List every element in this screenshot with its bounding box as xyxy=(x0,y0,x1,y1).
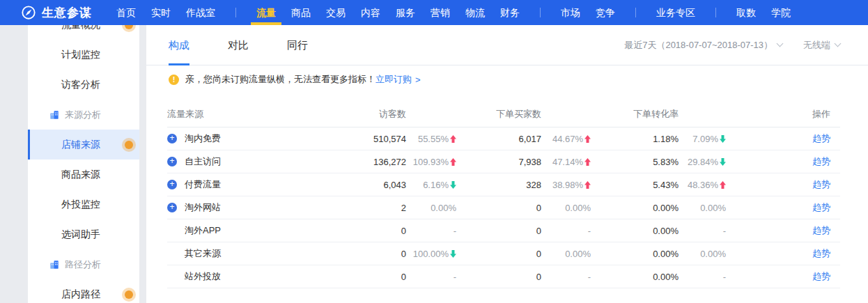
buyers-change: 44.67% xyxy=(541,134,591,144)
tab-对比[interactable]: 对比 xyxy=(228,25,249,65)
trend-link[interactable]: 趋势 xyxy=(812,179,830,189)
source-name: 淘外网站 xyxy=(185,201,221,214)
nav-item-竞争[interactable]: 竞争 xyxy=(596,0,615,25)
nav-item-首页[interactable]: 首页 xyxy=(116,0,136,25)
nav-item-流量[interactable]: 流量 xyxy=(256,0,276,25)
sidebar-item-店铺来源[interactable]: 店铺来源 xyxy=(28,130,139,160)
trend-link[interactable]: 趋势 xyxy=(812,271,830,281)
nav-menu: 首页实时作战室流量商品交易内容服务营销物流财务市场竞争业务专区取数学院 xyxy=(109,0,798,25)
sidebar-item-店内路径[interactable]: 店内路径 xyxy=(28,279,139,303)
conversion-value: 5.83% xyxy=(591,157,679,167)
buyers-change: 0.00% xyxy=(541,203,591,213)
nav-item-取数[interactable]: 取数 xyxy=(736,0,756,25)
visitors-change: 55.55% xyxy=(406,134,456,144)
buyers-value: 6,017 xyxy=(456,134,541,144)
col-header-buyers: 下单买家数 xyxy=(456,108,541,121)
nav-separator xyxy=(715,8,716,17)
nav-item-作战室[interactable]: 作战室 xyxy=(186,0,215,25)
sidebar-section-label: 路径分析 xyxy=(65,258,101,271)
buyers-value: 0 xyxy=(456,249,541,259)
traffic-source-table: 流量来源 访客数 下单买家数 下单转化率 操作 +淘内免费510,57455.5… xyxy=(167,101,840,288)
source-name: 站外投放 xyxy=(185,270,221,283)
visitors-change-value: 100.00% xyxy=(413,249,449,259)
table-row: +站外投放0-0-0.00%-趋势 xyxy=(167,265,840,288)
source-name-cell: +淘内免费 xyxy=(167,132,334,145)
buyers-value: 328 xyxy=(456,180,541,190)
source-name-cell: +自主访问 xyxy=(167,155,334,168)
source-name: 淘内免费 xyxy=(185,132,221,145)
trend-up-icon xyxy=(584,135,591,143)
sidebar-item-商品来源[interactable]: 商品来源 xyxy=(28,160,139,189)
subscribe-now-link[interactable]: 立即订购 xyxy=(375,73,412,86)
chevron-down-icon xyxy=(835,40,842,47)
table-row: +自主访问136,272109.93%7,93847.14%5.83%29.84… xyxy=(167,150,840,173)
new-badge-icon xyxy=(125,290,133,299)
nav-item-业务专区[interactable]: 业务专区 xyxy=(656,0,695,25)
visitors-change: - xyxy=(406,226,456,236)
nav-item-市场[interactable]: 市场 xyxy=(561,0,580,25)
expand-icon[interactable]: + xyxy=(167,203,177,212)
nav-item-学院[interactable]: 学院 xyxy=(771,0,791,25)
sidebar-section-来源分析: 来源分析 xyxy=(28,100,139,130)
date-range-label: 最近7天（2018-07-07~2018-07-13） xyxy=(624,39,773,52)
trend-link[interactable]: 趋势 xyxy=(812,156,830,166)
nav-item-交易[interactable]: 交易 xyxy=(326,0,346,25)
trend-up-icon xyxy=(450,158,456,166)
nav-separator xyxy=(540,8,541,17)
expand-icon[interactable]: + xyxy=(167,180,177,189)
nav-item-物流[interactable]: 物流 xyxy=(465,0,485,25)
action-cell: 趋势 xyxy=(726,247,840,260)
nav-item-实时[interactable]: 实时 xyxy=(151,0,171,25)
arrow-right-icon[interactable]: > xyxy=(415,75,421,85)
nav-item-商品[interactable]: 商品 xyxy=(291,0,311,25)
warning-icon: ! xyxy=(169,75,179,85)
sidebar-item-访客分析[interactable]: 访客分析 xyxy=(28,70,139,100)
sidebar-item-外投监控[interactable]: 外投监控 xyxy=(28,189,139,219)
channel-selector[interactable]: 无线端 xyxy=(803,39,840,52)
nav-item-财务[interactable]: 财务 xyxy=(500,0,520,25)
buyers-value: 0 xyxy=(456,226,541,236)
nav-item-内容[interactable]: 内容 xyxy=(361,0,380,25)
expand-icon[interactable]: + xyxy=(167,157,177,166)
sidebar-section-路径分析: 路径分析 xyxy=(28,249,139,279)
sidebar-item-label: 访客分析 xyxy=(61,79,100,91)
trend-down-icon xyxy=(450,181,456,189)
trend-link[interactable]: 趋势 xyxy=(812,248,830,258)
sidebar-item-label: 外投监控 xyxy=(61,199,100,211)
buyers-change: 38.98% xyxy=(541,180,591,190)
conversion-value: 5.43% xyxy=(591,180,679,190)
visitors-value: 0 xyxy=(334,226,406,236)
action-cell: 趋势 xyxy=(726,155,840,168)
buyers-change-value: 0.00% xyxy=(565,203,591,213)
trend-link[interactable]: 趋势 xyxy=(812,225,830,235)
buyers-value: 0 xyxy=(456,203,541,213)
conversion-change: - xyxy=(679,272,726,282)
chevron-down-icon xyxy=(777,40,784,47)
col-header-conversion: 下单转化率 xyxy=(591,108,679,121)
col-header-action: 操作 xyxy=(726,108,840,121)
tab-同行[interactable]: 同行 xyxy=(287,25,308,65)
visitors-value: 510,574 xyxy=(334,134,406,144)
tab-构成[interactable]: 构成 xyxy=(169,25,189,65)
sidebar-item-label: 选词助手 xyxy=(61,228,100,241)
source-name-cell: +站外投放 xyxy=(167,270,334,283)
nav-item-营销[interactable]: 营销 xyxy=(431,0,450,25)
nav-item-服务[interactable]: 服务 xyxy=(396,0,415,25)
notice-text: 亲，您尚未订购流量纵横，无法查看更多指标！ xyxy=(185,73,375,86)
sidebar-item-label: 店内路径 xyxy=(61,288,100,301)
nav-separator xyxy=(635,8,636,17)
sidebar-item-选词助手[interactable]: 选词助手 xyxy=(28,219,139,249)
visitors-change: 0.00% xyxy=(406,203,456,213)
sidebar-item-计划监控[interactable]: 计划监控 xyxy=(28,40,139,70)
visitors-change: 6.16% xyxy=(406,180,456,190)
col-header-visitors: 访客数 xyxy=(334,108,406,121)
trend-link[interactable]: 趋势 xyxy=(812,202,830,212)
trend-link[interactable]: 趋势 xyxy=(812,133,830,143)
visitors-value: 6,043 xyxy=(334,180,406,190)
visitors-change: 100.00% xyxy=(406,249,456,259)
expand-icon[interactable]: + xyxy=(167,134,177,143)
date-range-selector[interactable]: 最近7天（2018-07-07~2018-07-13） xyxy=(624,39,782,52)
source-name: 付费流量 xyxy=(185,178,221,191)
brand-title: 生意参谋 xyxy=(42,5,92,21)
table-row: +淘外APP0-0-0.00%-趋势 xyxy=(167,219,840,242)
